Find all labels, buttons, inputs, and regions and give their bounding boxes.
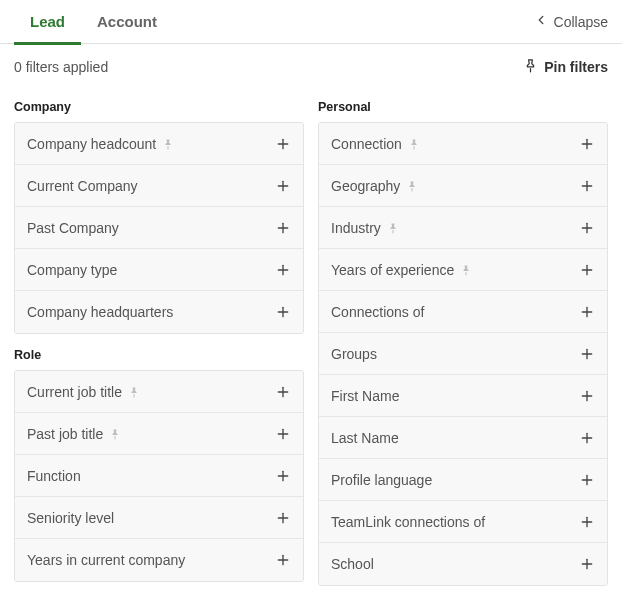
- filter-label: Past job title: [27, 426, 121, 442]
- pin-filters-button[interactable]: Pin filters: [523, 58, 608, 76]
- filter-label: Years in current company: [27, 552, 185, 568]
- filter-label: Connections of: [331, 304, 424, 320]
- filter-item[interactable]: Last Name: [319, 417, 607, 459]
- filter-label: TeamLink connections of: [331, 514, 485, 530]
- filter-label-text: Groups: [331, 346, 377, 362]
- filter-item[interactable]: School: [319, 543, 607, 585]
- filter-label-text: Current job title: [27, 384, 122, 400]
- filter-item[interactable]: Years of experience: [319, 249, 607, 291]
- filter-label: Profile language: [331, 472, 432, 488]
- plus-icon[interactable]: [579, 388, 595, 404]
- plus-icon[interactable]: [579, 220, 595, 236]
- collapse-label: Collapse: [554, 14, 608, 30]
- group-title-personal: Personal: [318, 100, 608, 114]
- filter-label: Last Name: [331, 430, 399, 446]
- filter-label: Function: [27, 468, 81, 484]
- chevron-left-icon: [534, 13, 548, 30]
- filter-list-role: Current job titlePast job titleFunctionS…: [14, 370, 304, 582]
- group-title-company: Company: [14, 100, 304, 114]
- filter-label-text: Past job title: [27, 426, 103, 442]
- filter-item[interactable]: Seniority level: [15, 497, 303, 539]
- plus-icon[interactable]: [275, 426, 291, 442]
- tab-lead-label: Lead: [30, 13, 65, 30]
- filter-label-text: Connection: [331, 136, 402, 152]
- pin-icon: [162, 138, 174, 150]
- plus-icon[interactable]: [579, 430, 595, 446]
- filter-list-company: Company headcountCurrent CompanyPast Com…: [14, 122, 304, 334]
- filter-label: Company type: [27, 262, 117, 278]
- plus-icon[interactable]: [275, 220, 291, 236]
- left-column: Company Company headcountCurrent Company…: [14, 86, 304, 586]
- filter-item[interactable]: Company type: [15, 249, 303, 291]
- pin-icon: [523, 58, 538, 76]
- pin-icon: [408, 138, 420, 150]
- filter-label: Years of experience: [331, 262, 472, 278]
- filter-label: Groups: [331, 346, 377, 362]
- filter-label: Company headquarters: [27, 304, 173, 320]
- collapse-button[interactable]: Collapse: [534, 13, 608, 30]
- filter-item[interactable]: Company headquarters: [15, 291, 303, 333]
- filter-list-personal: ConnectionGeographyIndustryYears of expe…: [318, 122, 608, 586]
- filter-label-text: Geography: [331, 178, 400, 194]
- filter-item[interactable]: Profile language: [319, 459, 607, 501]
- plus-icon[interactable]: [579, 262, 595, 278]
- filter-label: Current Company: [27, 178, 138, 194]
- plus-icon[interactable]: [275, 178, 291, 194]
- filter-label-text: Company type: [27, 262, 117, 278]
- filter-item[interactable]: Years in current company: [15, 539, 303, 581]
- pin-icon: [406, 180, 418, 192]
- filter-label: Seniority level: [27, 510, 114, 526]
- plus-icon[interactable]: [579, 136, 595, 152]
- plus-icon[interactable]: [579, 178, 595, 194]
- filter-label-text: Company headcount: [27, 136, 156, 152]
- filter-item[interactable]: Current job title: [15, 371, 303, 413]
- filter-item[interactable]: Connections of: [319, 291, 607, 333]
- filter-item[interactable]: Past Company: [15, 207, 303, 249]
- filter-item[interactable]: Industry: [319, 207, 607, 249]
- tabs-bar: Lead Account Collapse: [0, 0, 622, 44]
- filter-item[interactable]: Past job title: [15, 413, 303, 455]
- filter-label-text: School: [331, 556, 374, 572]
- pin-icon: [387, 222, 399, 234]
- filter-label-text: Last Name: [331, 430, 399, 446]
- plus-icon[interactable]: [579, 304, 595, 320]
- plus-icon[interactable]: [275, 304, 291, 320]
- plus-icon[interactable]: [579, 556, 595, 572]
- pin-icon: [109, 428, 121, 440]
- plus-icon[interactable]: [579, 346, 595, 362]
- filter-label: First Name: [331, 388, 399, 404]
- plus-icon[interactable]: [275, 510, 291, 526]
- plus-icon[interactable]: [275, 468, 291, 484]
- plus-icon[interactable]: [275, 384, 291, 400]
- filter-label: Current job title: [27, 384, 140, 400]
- filter-label-text: Connections of: [331, 304, 424, 320]
- pin-icon: [128, 386, 140, 398]
- filter-item[interactable]: Groups: [319, 333, 607, 375]
- filter-item[interactable]: TeamLink connections of: [319, 501, 607, 543]
- filter-label: Industry: [331, 220, 399, 236]
- tab-account[interactable]: Account: [81, 0, 173, 44]
- filter-item[interactable]: Function: [15, 455, 303, 497]
- plus-icon[interactable]: [579, 472, 595, 488]
- plus-icon[interactable]: [275, 552, 291, 568]
- plus-icon[interactable]: [275, 262, 291, 278]
- filter-item[interactable]: Connection: [319, 123, 607, 165]
- filter-item[interactable]: Current Company: [15, 165, 303, 207]
- filters-applied-count: 0 filters applied: [14, 59, 108, 75]
- pin-icon: [460, 264, 472, 276]
- filter-label-text: Current Company: [27, 178, 138, 194]
- pin-filters-label: Pin filters: [544, 59, 608, 75]
- filter-item[interactable]: Geography: [319, 165, 607, 207]
- filter-label: Connection: [331, 136, 420, 152]
- plus-icon[interactable]: [579, 514, 595, 530]
- filter-item[interactable]: First Name: [319, 375, 607, 417]
- plus-icon[interactable]: [275, 136, 291, 152]
- group-title-role: Role: [14, 348, 304, 362]
- tab-lead[interactable]: Lead: [14, 0, 81, 44]
- filter-columns: Company Company headcountCurrent Company…: [0, 86, 622, 596]
- filter-label-text: Seniority level: [27, 510, 114, 526]
- filter-label: Company headcount: [27, 136, 174, 152]
- tab-account-label: Account: [97, 13, 157, 30]
- filter-item[interactable]: Company headcount: [15, 123, 303, 165]
- filters-meta-bar: 0 filters applied Pin filters: [0, 44, 622, 86]
